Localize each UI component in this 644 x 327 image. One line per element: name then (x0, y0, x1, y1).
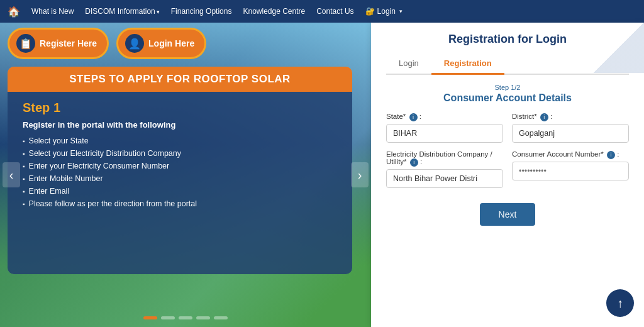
main-area: 📋 Register Here 👤 Login Here ‹ STEPS TO … (0, 23, 644, 327)
state-label: State* i : (386, 113, 503, 121)
hero-buttons: 📋 Register Here 👤 Login Here (8, 28, 206, 59)
carousel-next-button[interactable]: › (351, 162, 369, 187)
company-group: Electricity Distribution Company / Utili… (386, 150, 503, 188)
tab-registration[interactable]: Registration (431, 53, 504, 75)
scroll-top-icon: ↑ (617, 296, 623, 311)
nav-login[interactable]: 🔐 Login▾ (365, 7, 402, 16)
login-icon: 🔐 (365, 7, 375, 16)
district-input[interactable] (512, 124, 629, 143)
nav-discom[interactable]: DISCOM Information▾ (85, 7, 159, 16)
nav-financing[interactable]: Financing Options (171, 7, 232, 16)
step-item-5: Enter Email (23, 185, 340, 197)
tabs: Login Registration (386, 53, 629, 75)
state-info-icon[interactable]: i (409, 113, 418, 121)
company-label: Electricity Distribution Company / Utili… (386, 150, 503, 167)
state-input[interactable] (386, 124, 503, 143)
company-info-icon[interactable]: i (410, 158, 418, 167)
dot-5[interactable] (214, 316, 228, 319)
form-row-1: State* i : District* i : (386, 113, 629, 143)
scroll-to-top-button[interactable]: ↑ (606, 289, 634, 317)
button-row: Next (386, 197, 629, 226)
steps-body: Step 1 Register in the portal with the f… (8, 92, 352, 274)
carousel-prev-button[interactable]: ‹ (3, 162, 20, 187)
state-group: State* i : (386, 113, 503, 143)
account-title: Consumer Account Details (386, 92, 629, 104)
step-item-3: Enter your Electricity Consumer Number (23, 160, 340, 172)
consumer-group: Consumer Account Number* i : (512, 150, 629, 188)
left-panel: 📋 Register Here 👤 Login Here ‹ STEPS TO … (0, 23, 371, 327)
company-input[interactable] (386, 169, 503, 188)
login-hero-icon: 👤 (123, 32, 146, 55)
discom-dropdown-arrow: ▾ (157, 9, 160, 15)
step-title: Step 1 (23, 101, 340, 115)
login-label: Login Here (148, 38, 194, 48)
consumer-input[interactable] (512, 162, 629, 180)
steps-header: STEPS TO APPLY FOR ROOFTOP SOLAR (8, 67, 352, 92)
tab-login[interactable]: Login (386, 53, 431, 75)
registration-panel: Registration for Login Login Registratio… (371, 23, 644, 327)
register-button[interactable]: 📋 Register Here (8, 28, 109, 59)
register-icon: 📋 (14, 32, 37, 55)
nav-what-is-new[interactable]: What is New (31, 7, 74, 16)
district-label: District* i : (512, 113, 629, 121)
step-indicator: Step 1/2 (386, 84, 629, 91)
dot-2[interactable] (161, 316, 175, 319)
step-item-2: Select your Electricity Distribution Com… (23, 147, 340, 160)
carousel-dots (143, 316, 228, 319)
steps-card: STEPS TO APPLY FOR ROOFTOP SOLAR Step 1 … (8, 67, 352, 274)
next-button[interactable]: Next (480, 203, 536, 226)
step-subtitle: Register in the portal with the followin… (23, 120, 340, 130)
consumer-info-icon[interactable]: i (607, 151, 615, 159)
home-icon[interactable]: 🏠 (8, 6, 20, 18)
nav-contact[interactable]: Contact Us (316, 7, 353, 16)
form-row-2: Electricity Distribution Company / Utili… (386, 150, 629, 188)
navbar: 🏠 What is New DISCOM Information▾ Financ… (0, 0, 644, 23)
consumer-label: Consumer Account Number* i : (512, 150, 629, 159)
registration-title: Registration for Login (386, 33, 629, 46)
nav-knowledge[interactable]: Knowledge Centre (243, 7, 305, 16)
dot-1[interactable] (143, 316, 157, 319)
dot-4[interactable] (196, 316, 210, 319)
register-label: Register Here (40, 38, 97, 48)
step-list: Select your State Select your Electricit… (23, 135, 340, 210)
district-group: District* i : (512, 113, 629, 143)
registration-form: State* i : District* i : Electricity (386, 113, 629, 226)
step-item-1: Select your State (23, 135, 340, 147)
step-item-6: Please follow as per the direction from … (23, 197, 340, 210)
login-button[interactable]: 👤 Login Here (116, 28, 206, 59)
login-dropdown-arrow: ▾ (399, 8, 402, 14)
district-info-icon[interactable]: i (540, 113, 548, 121)
step-item-4: Enter Mobile Number (23, 172, 340, 185)
dot-3[interactable] (179, 316, 192, 319)
